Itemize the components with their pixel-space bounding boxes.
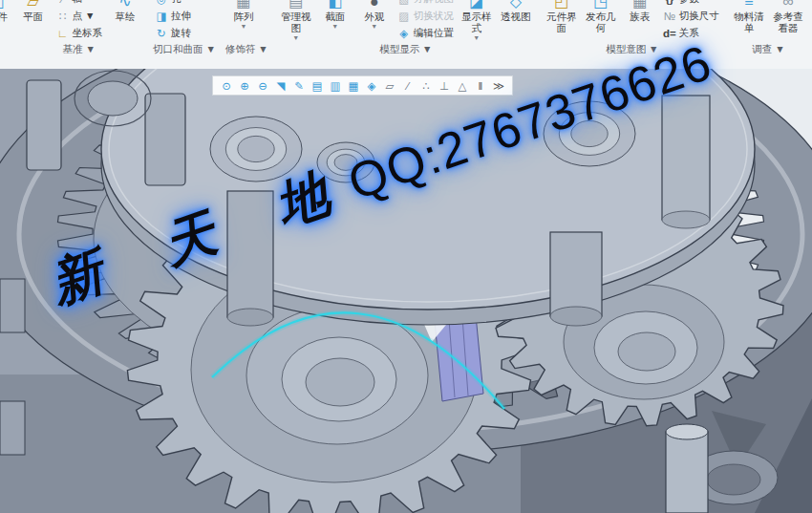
ribbon-button-hole[interactable]: ◎ 孔: [153, 0, 193, 8]
ribbon-group-model-intent: ◰ 元件界面 ◳ 发布几何 ▦ 族表 {} 参数 №: [540, 0, 725, 69]
3d-viewport[interactable]: ⊙ ⊕ ⊖ ◥ ✎ ▤ ▥ ▦ ◈ ▱ ∕ ∴ ⊥ △ ‖ ≫: [0, 69, 812, 513]
ribbon-group-label-cuts[interactable]: 切口和曲面 ▼: [153, 42, 216, 56]
dropdown-caret: ▼: [292, 33, 299, 42]
repaint-icon[interactable]: ✎: [292, 78, 306, 94]
point-display-icon[interactable]: ∴: [419, 78, 433, 94]
ribbon-group-investigate: ≡ 物料清单 ∞ 参考查看器 调查 ▼: [727, 0, 810, 69]
ribbon-button-switch-dimensions[interactable]: № 切换尺寸: [661, 8, 721, 25]
housing-slot[interactable]: [27, 80, 61, 170]
switch-dimensions-icon: №: [663, 11, 676, 22]
bom-icon: ≡: [744, 0, 753, 11]
ribbon-button-bom[interactable]: ≡ 物料清单: [731, 0, 767, 33]
ribbon-button-exploded-view: ▧ 分解视图: [395, 0, 456, 8]
component-icon: ◫: [0, 0, 5, 11]
ribbon-button-revolve[interactable]: ↻ 旋转: [153, 25, 193, 42]
ribbon-group-label-model-display[interactable]: 模型显示 ▼: [278, 42, 534, 56]
reference-viewer-icon: ∞: [782, 0, 793, 11]
saved-orientations-icon[interactable]: ▤: [310, 78, 324, 94]
ribbon-button-point[interactable]: ∷ 点 ▼: [53, 8, 104, 25]
sketch-icon: ∿: [118, 0, 131, 11]
ribbon-group-model-display: ▤ 管理视图 ▼ ◧ 截面 ▼ ● 外观 ▼ ▧ 分解视图: [274, 0, 538, 69]
ribbon-button-display-style[interactable]: ◪ 显示样式 ▼: [459, 0, 495, 42]
carrier-post[interactable]: [662, 96, 710, 220]
spin-center-icon[interactable]: ≫: [492, 78, 505, 94]
csys-icon: ∟: [55, 28, 69, 39]
ribbon-toolbar: ◫ 元件 ▱ 平面 ∕ 轴 ∷: [0, 0, 812, 70]
axis-display-icon[interactable]: ∕: [401, 78, 415, 94]
csys-display-icon[interactable]: ⊥: [438, 78, 451, 94]
ribbon-button-parameters[interactable]: {} 参数: [661, 0, 721, 8]
perspective-icon: ◇: [510, 0, 522, 11]
ribbon-button-toggle-status: ▨ 切换状况: [395, 8, 456, 25]
dropdown-caret: ▼: [371, 22, 377, 31]
ribbon-button-publish-geometry[interactable]: ◳ 发布几何: [583, 0, 619, 33]
named-views-icon[interactable]: ▥: [329, 78, 342, 94]
carrier-post[interactable]: [550, 232, 602, 316]
ribbon-group-label-datum[interactable]: 基准 ▼: [14, 42, 143, 56]
point-icon: ∷: [55, 10, 69, 23]
exploded-view-icon: ▧: [397, 0, 411, 6]
zoom-region-icon[interactable]: ⊙: [220, 78, 233, 94]
dropdown-caret: ▼: [240, 22, 246, 31]
ribbon-button-component-interface[interactable]: ◰ 元件界面: [544, 0, 580, 33]
ribbon-button-section[interactable]: ◧ 截面 ▼: [317, 0, 353, 31]
datum-plane-display-icon[interactable]: ▱: [383, 78, 396, 94]
gearbox-model[interactable]: [0, 69, 812, 513]
ribbon-group-label-investigate[interactable]: 调查 ▼: [731, 42, 806, 56]
housing-pin[interactable]: [666, 432, 708, 513]
ribbon-button-sketch[interactable]: ∿ 草绘: [107, 0, 143, 22]
pattern-icon: ▦: [236, 0, 250, 11]
ribbon-button-relations[interactable]: d= 关系: [661, 25, 721, 42]
ribbon-button-csys[interactable]: ∟ 坐标系: [53, 25, 104, 42]
ribbon-group-cuts-surfaces: ◎ 孔 ◨ 拉伸 ↻ 旋转 切口和曲面 ▼: [149, 0, 220, 69]
ribbon-button-plane[interactable]: ▱ 平面: [14, 0, 51, 22]
family-table-icon: ▦: [632, 0, 647, 11]
ribbon-button-edit-position[interactable]: ◈ 编辑位置: [395, 25, 456, 42]
ribbon-button-extrude[interactable]: ◨ 拉伸: [153, 8, 193, 25]
annotation-display-icon[interactable]: △: [456, 78, 469, 94]
application-window: ◫ 元件 ▱ 平面 ∕ 轴 ∷: [0, 0, 812, 513]
section-icon: ◧: [328, 0, 342, 11]
dropdown-caret: ▼: [331, 22, 338, 31]
ribbon-group-label-modifiers[interactable]: 修饰符 ▼: [225, 42, 268, 56]
revolve-icon: ↻: [155, 27, 168, 40]
manage-views-icon: ▤: [288, 0, 303, 11]
ribbon-group-component-partial: ◫ 元件: [0, 0, 9, 69]
ribbon-button-axis[interactable]: ∕ 轴: [53, 0, 104, 8]
edit-position-icon: ◈: [397, 27, 411, 40]
ribbon-button-appearance[interactable]: ● 外观 ▼: [356, 0, 393, 31]
plane-icon: ▱: [27, 0, 38, 11]
ribbon-button-perspective[interactable]: ◇ 透视图: [498, 0, 534, 22]
parameters-icon: {}: [663, 0, 676, 5]
ribbon-button-component[interactable]: ◫ 元件: [0, 0, 9, 22]
view-manager-icon[interactable]: ▦: [347, 78, 360, 94]
pause-icon[interactable]: ‖: [474, 78, 487, 94]
ribbon-group-label-model-intent[interactable]: 模型意图 ▼: [544, 42, 721, 56]
zoom-in-icon[interactable]: ⊕: [238, 78, 251, 94]
publish-geometry-icon: ◳: [593, 0, 608, 11]
appearance-icon: ●: [370, 0, 379, 11]
zoom-out-icon[interactable]: ⊖: [256, 78, 269, 94]
display-style-icon[interactable]: ◈: [365, 78, 378, 94]
dropdown-caret: ▼: [473, 33, 480, 42]
ribbon-button-family-table[interactable]: ▦ 族表: [622, 0, 658, 22]
axis-icon: ∕: [55, 0, 69, 5]
ribbon-button-pattern[interactable]: ▦ 阵列 ▼: [225, 0, 262, 31]
housing-slot[interactable]: [145, 94, 185, 185]
ribbon-button-manage-views[interactable]: ▤ 管理视图 ▼: [278, 0, 314, 42]
display-style-icon: ◪: [469, 0, 483, 11]
ribbon-button-reference-viewer[interactable]: ∞ 参考查看器: [770, 0, 806, 33]
toggle-status-icon: ▨: [397, 10, 411, 23]
extrude-icon: ◨: [155, 10, 168, 23]
ribbon-group-modifiers: ▦ 阵列 ▼ 修饰符 ▼: [222, 0, 272, 69]
graphics-toolbar: ⊙ ⊕ ⊖ ◥ ✎ ▤ ▥ ▦ ◈ ▱ ∕ ∴ ⊥ △ ‖ ≫: [212, 75, 513, 96]
hole-icon: ◎: [155, 0, 168, 6]
component-interface-icon: ◰: [554, 0, 568, 11]
carrier-post[interactable]: [227, 191, 273, 317]
ribbon-group-datum: ▱ 平面 ∕ 轴 ∷ 点 ▼ ∟ 坐标系: [11, 0, 147, 69]
refit-icon[interactable]: ◥: [274, 78, 288, 94]
relations-icon: d=: [663, 28, 676, 39]
